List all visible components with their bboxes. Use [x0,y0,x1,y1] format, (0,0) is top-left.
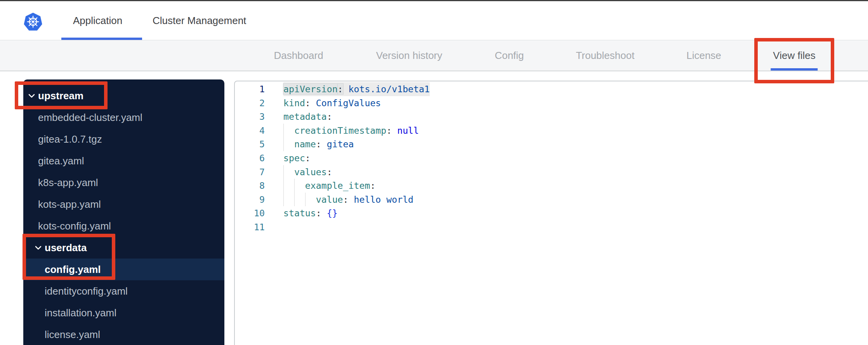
indent-guide [294,179,295,193]
tree-item-license-yaml[interactable]: license.yaml [23,324,224,345]
tree-item-gitea-1-0-7-tgz[interactable]: gitea-1.0.7.tgz [23,128,224,150]
line-content: values: [283,165,332,179]
tree-item-embedded-cluster-yaml[interactable]: embedded-cluster.yaml [23,107,224,128]
tree-item-label: identityconfig.yaml [45,285,128,297]
line-number: 5 [235,137,265,151]
kubernetes-logo-icon [23,12,44,32]
line-number: 11 [235,220,265,234]
line-content: example_item: [283,179,375,193]
nav-item-troubleshoot[interactable]: Troubleshoot [576,40,635,71]
tree-item-label: gitea-1.0.7.tgz [38,133,102,145]
nav-item-license[interactable]: License [686,40,721,71]
tree-item-gitea-yaml[interactable]: gitea.yaml [23,150,224,172]
line-number: 3 [235,110,265,124]
tree-item-config-yaml[interactable]: config.yaml [23,259,224,280]
nav-item-version-history[interactable]: Version history [376,40,443,71]
indent-guide [305,193,306,207]
tree-item-kots-app-yaml[interactable]: kots-app.yaml [23,193,224,215]
nav-item-view-files[interactable]: View files [773,40,815,71]
nav-item-dashboard[interactable]: Dashboard [274,40,323,71]
code-line-5[interactable]: 5 name: gitea [235,137,868,151]
nav-item-config[interactable]: Config [495,40,524,71]
line-content: status: {} [283,206,338,220]
line-content: metadata: [283,110,332,124]
tree-item-label: upstream [38,90,83,102]
tree-item-installation-yaml[interactable]: installation.yaml [23,302,224,324]
tree-item-label: kots-app.yaml [38,198,101,210]
chevron-down-icon [35,246,42,250]
tree-item-label: gitea.yaml [38,155,84,167]
code-line-11[interactable]: 11 [235,220,868,234]
code-line-3[interactable]: 3metadata: [235,110,868,124]
tree-item-label: k8s-app.yaml [38,177,98,189]
indent-guide [294,193,295,207]
line-number: 7 [235,165,265,179]
app-sub-nav: Dashboard Version history Config Trouble… [0,40,868,71]
code-line-10[interactable]: 10status: {} [235,206,868,220]
file-viewer-panel: 1apiVersion: kots.io/v1beta12kind: Confi… [234,81,868,345]
code-line-7[interactable]: 7 values: [235,165,868,179]
line-content: apiVersion: kots.io/v1beta1 [283,82,430,96]
indent-guide [283,193,284,207]
code-line-2[interactable]: 2kind: ConfigValues [235,96,868,110]
line-number: 10 [235,206,265,220]
line-content: kind: ConfigValues [283,96,381,110]
kots-admin-console: Application Cluster Management Dashboard… [0,0,868,345]
line-content: creationTimestamp: null [283,124,419,138]
code-line-1[interactable]: 1apiVersion: kots.io/v1beta1 [235,82,868,96]
tree-item-label: installation.yaml [45,307,116,319]
tree-item-upstream[interactable]: upstream [23,85,224,107]
line-number: 2 [235,96,265,110]
tree-item-label: embedded-cluster.yaml [38,112,142,124]
file-tree: upstreamembedded-cluster.yamlgitea-1.0.7… [23,79,224,345]
line-number: 4 [235,124,265,138]
indent-guide [283,137,284,151]
active-tab-underline [61,38,142,40]
line-number: 1 [235,82,265,96]
line-content: name: gitea [283,137,354,151]
tree-item-label: license.yaml [45,329,100,341]
app-header: Application Cluster Management [0,1,868,40]
line-content: spec: [283,151,311,165]
tab-application[interactable]: Application [73,1,122,40]
indent-guide [283,165,284,179]
code-line-9[interactable]: 9 value: hello world [235,193,868,207]
tab-cluster-management[interactable]: Cluster Management [153,1,246,40]
tree-item-label: config.yaml [45,264,101,276]
line-content: value: hello world [283,193,413,207]
line-number: 6 [235,151,265,165]
tree-item-label: userdata [45,242,87,254]
line-number: 8 [235,179,265,193]
tree-item-label: kots-config.yaml [38,220,111,232]
tree-item-identityconfig-yaml[interactable]: identityconfig.yaml [23,280,224,302]
code-lines: 1apiVersion: kots.io/v1beta12kind: Confi… [235,81,868,234]
code-line-8[interactable]: 8 example_item: [235,179,868,193]
line-number: 9 [235,193,265,207]
indent-guide [283,124,284,138]
chevron-down-icon [28,94,35,98]
code-line-6[interactable]: 6spec: [235,151,868,165]
tree-item-k8s-app-yaml[interactable]: k8s-app.yaml [23,172,224,193]
indent-guide [283,179,284,193]
tree-item-kots-config-yaml[interactable]: kots-config.yaml [23,215,224,237]
code-line-4[interactable]: 4 creationTimestamp: null [235,124,868,138]
tree-item-userdata[interactable]: userdata [23,237,224,259]
